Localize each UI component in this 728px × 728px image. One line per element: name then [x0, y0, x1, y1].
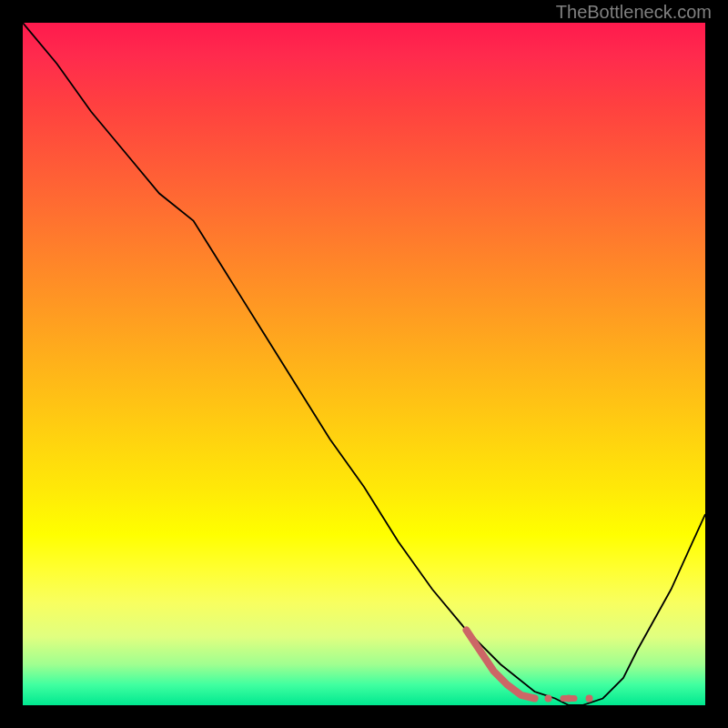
marker-group — [467, 631, 593, 703]
main-curve — [23, 23, 705, 705]
plot-area — [23, 23, 705, 705]
chart-container: TheBottleneck.com — [0, 0, 728, 728]
svg-point-3 — [586, 695, 593, 703]
svg-point-0 — [545, 695, 552, 703]
chart-overlay — [23, 23, 705, 705]
attribution-text: TheBottleneck.com — [556, 2, 712, 23]
